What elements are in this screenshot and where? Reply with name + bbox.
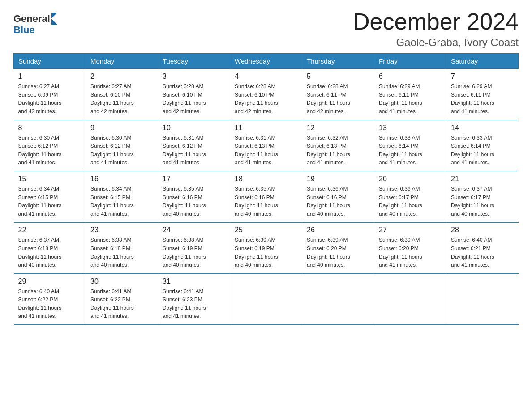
day-number: 8 [18, 124, 82, 132]
day-info: Sunrise: 6:28 AMSunset: 6:10 PMDaylight:… [163, 82, 225, 116]
calendar-cell: 9Sunrise: 6:30 AMSunset: 6:12 PMDaylight… [86, 120, 158, 171]
day-info: Sunrise: 6:33 AMSunset: 6:14 PMDaylight:… [379, 134, 442, 167]
column-header-tuesday: Tuesday [158, 54, 230, 69]
day-number: 6 [379, 73, 442, 81]
day-number: 12 [307, 124, 369, 132]
day-number: 20 [379, 175, 442, 183]
day-info: Sunrise: 6:29 AMSunset: 6:11 PMDaylight:… [451, 82, 514, 116]
day-info: Sunrise: 6:29 AMSunset: 6:11 PMDaylight:… [379, 82, 442, 116]
calendar-cell [446, 274, 519, 325]
day-info: Sunrise: 6:30 AMSunset: 6:12 PMDaylight:… [18, 134, 82, 167]
day-info: Sunrise: 6:34 AMSunset: 6:15 PMDaylight:… [18, 185, 82, 218]
day-number: 13 [379, 124, 442, 132]
logo-general: General [13, 13, 50, 24]
day-number: 28 [451, 226, 514, 234]
day-info: Sunrise: 6:31 AMSunset: 6:13 PMDaylight:… [235, 134, 297, 167]
day-info: Sunrise: 6:35 AMSunset: 6:16 PMDaylight:… [163, 185, 225, 218]
day-info: Sunrise: 6:40 AMSunset: 6:22 PMDaylight:… [18, 287, 82, 321]
day-number: 22 [18, 226, 82, 234]
calendar-cell: 29Sunrise: 6:40 AMSunset: 6:22 PMDayligh… [14, 274, 86, 325]
day-number: 18 [235, 175, 297, 183]
day-number: 17 [163, 175, 225, 183]
calendar-cell: 5Sunrise: 6:28 AMSunset: 6:11 PMDaylight… [302, 69, 374, 120]
day-number: 26 [307, 226, 369, 234]
column-header-wednesday: Wednesday [230, 54, 302, 69]
column-header-thursday: Thursday [302, 54, 374, 69]
day-number: 1 [18, 73, 82, 81]
day-number: 24 [163, 226, 225, 234]
day-number: 19 [307, 175, 369, 183]
calendar-cell: 25Sunrise: 6:39 AMSunset: 6:19 PMDayligh… [230, 222, 302, 273]
day-info: Sunrise: 6:38 AMSunset: 6:19 PMDaylight:… [163, 236, 225, 269]
calendar-cell [374, 274, 446, 325]
day-number: 16 [90, 175, 153, 183]
day-info: Sunrise: 6:39 AMSunset: 6:20 PMDaylight:… [379, 236, 442, 269]
day-info: Sunrise: 6:27 AMSunset: 6:10 PMDaylight:… [90, 82, 153, 116]
day-info: Sunrise: 6:36 AMSunset: 6:16 PMDaylight:… [307, 185, 369, 218]
calendar-cell: 21Sunrise: 6:37 AMSunset: 6:17 PMDayligh… [446, 171, 519, 222]
calendar-cell: 30Sunrise: 6:41 AMSunset: 6:22 PMDayligh… [86, 274, 158, 325]
calendar-cell: 14Sunrise: 6:33 AMSunset: 6:14 PMDayligh… [446, 120, 519, 171]
column-header-saturday: Saturday [446, 54, 519, 69]
calendar-cell: 2Sunrise: 6:27 AMSunset: 6:10 PMDaylight… [86, 69, 158, 120]
calendar-week-row: 1Sunrise: 6:27 AMSunset: 6:09 PMDaylight… [14, 69, 519, 120]
calendar-header: SundayMondayTuesdayWednesdayThursdayFrid… [14, 54, 519, 69]
day-number: 4 [235, 73, 297, 81]
calendar-body: 1Sunrise: 6:27 AMSunset: 6:09 PMDaylight… [14, 69, 519, 325]
day-info: Sunrise: 6:37 AMSunset: 6:18 PMDaylight:… [18, 236, 82, 269]
day-number: 15 [18, 175, 82, 183]
calendar-cell [302, 274, 374, 325]
day-number: 29 [18, 278, 82, 286]
month-title: December 2024 [353, 9, 519, 34]
calendar-cell: 26Sunrise: 6:39 AMSunset: 6:20 PMDayligh… [302, 222, 374, 273]
calendar-cell: 11Sunrise: 6:31 AMSunset: 6:13 PMDayligh… [230, 120, 302, 171]
calendar-cell: 6Sunrise: 6:29 AMSunset: 6:11 PMDaylight… [374, 69, 446, 120]
day-info: Sunrise: 6:27 AMSunset: 6:09 PMDaylight:… [18, 82, 82, 116]
day-info: Sunrise: 6:34 AMSunset: 6:15 PMDaylight:… [90, 185, 153, 218]
day-info: Sunrise: 6:39 AMSunset: 6:20 PMDaylight:… [307, 236, 369, 269]
calendar-cell: 4Sunrise: 6:28 AMSunset: 6:10 PMDaylight… [230, 69, 302, 120]
day-number: 27 [379, 226, 442, 234]
day-info: Sunrise: 6:40 AMSunset: 6:21 PMDaylight:… [451, 236, 514, 269]
calendar-cell [230, 274, 302, 325]
day-info: Sunrise: 6:32 AMSunset: 6:13 PMDaylight:… [307, 134, 369, 167]
calendar-cell: 1Sunrise: 6:27 AMSunset: 6:09 PMDaylight… [14, 69, 86, 120]
page-header: General Blue December 2024 Gaole-Graba, … [13, 9, 519, 49]
calendar-cell: 27Sunrise: 6:39 AMSunset: 6:20 PMDayligh… [374, 222, 446, 273]
day-number: 10 [163, 124, 225, 132]
calendar-cell: 18Sunrise: 6:35 AMSunset: 6:16 PMDayligh… [230, 171, 302, 222]
calendar-cell: 17Sunrise: 6:35 AMSunset: 6:16 PMDayligh… [158, 171, 230, 222]
day-number: 5 [307, 73, 369, 81]
day-number: 11 [235, 124, 297, 132]
day-info: Sunrise: 6:28 AMSunset: 6:11 PMDaylight:… [307, 82, 369, 116]
calendar-cell: 8Sunrise: 6:30 AMSunset: 6:12 PMDaylight… [14, 120, 86, 171]
calendar-week-row: 29Sunrise: 6:40 AMSunset: 6:22 PMDayligh… [14, 274, 519, 325]
day-info: Sunrise: 6:38 AMSunset: 6:18 PMDaylight:… [90, 236, 153, 269]
day-info: Sunrise: 6:36 AMSunset: 6:17 PMDaylight:… [379, 185, 442, 218]
day-number: 9 [90, 124, 153, 132]
day-number: 23 [90, 226, 153, 234]
day-number: 14 [451, 124, 514, 132]
calendar-cell: 31Sunrise: 6:41 AMSunset: 6:23 PMDayligh… [158, 274, 230, 325]
calendar-cell: 12Sunrise: 6:32 AMSunset: 6:13 PMDayligh… [302, 120, 374, 171]
calendar-cell: 23Sunrise: 6:38 AMSunset: 6:18 PMDayligh… [86, 222, 158, 273]
calendar-cell: 20Sunrise: 6:36 AMSunset: 6:17 PMDayligh… [374, 171, 446, 222]
calendar-cell: 24Sunrise: 6:38 AMSunset: 6:19 PMDayligh… [158, 222, 230, 273]
location-title: Gaole-Graba, Ivory Coast [353, 36, 519, 49]
calendar-cell: 3Sunrise: 6:28 AMSunset: 6:10 PMDaylight… [158, 69, 230, 120]
day-info: Sunrise: 6:37 AMSunset: 6:17 PMDaylight:… [451, 185, 514, 218]
day-info: Sunrise: 6:35 AMSunset: 6:16 PMDaylight:… [235, 185, 297, 218]
title-block: December 2024 Gaole-Graba, Ivory Coast [353, 9, 519, 49]
calendar-cell: 13Sunrise: 6:33 AMSunset: 6:14 PMDayligh… [374, 120, 446, 171]
day-number: 3 [163, 73, 225, 81]
calendar-cell: 19Sunrise: 6:36 AMSunset: 6:16 PMDayligh… [302, 171, 374, 222]
calendar-week-row: 22Sunrise: 6:37 AMSunset: 6:18 PMDayligh… [14, 222, 519, 273]
header-row: SundayMondayTuesdayWednesdayThursdayFrid… [14, 54, 519, 69]
day-number: 30 [90, 278, 153, 286]
logo-blue: Blue [13, 24, 35, 35]
day-info: Sunrise: 6:39 AMSunset: 6:19 PMDaylight:… [235, 236, 297, 269]
calendar-cell: 16Sunrise: 6:34 AMSunset: 6:15 PMDayligh… [86, 171, 158, 222]
calendar-week-row: 15Sunrise: 6:34 AMSunset: 6:15 PMDayligh… [14, 171, 519, 222]
day-number: 31 [163, 278, 225, 286]
day-info: Sunrise: 6:41 AMSunset: 6:22 PMDaylight:… [90, 287, 153, 321]
